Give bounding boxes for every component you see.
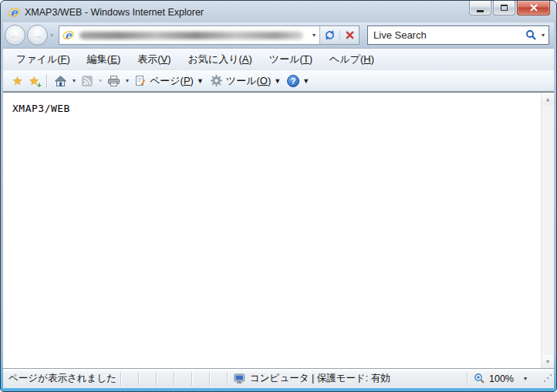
security-zone: コンピュータ | 保護モード: 有効 (228, 369, 467, 388)
gear-icon (210, 74, 223, 87)
page-body-text: XMAP3/WEB (12, 103, 70, 114)
refresh-icon (324, 29, 336, 41)
page-menu-caret: ▼ (197, 77, 204, 85)
favorites-star-icon: ★ (12, 74, 22, 88)
status-message: ページが表示されました (3, 369, 120, 388)
page-content: XMAP3/WEB ▲ ▼ (3, 92, 554, 368)
back-icon: ← (9, 29, 21, 42)
maximize-button[interactable] (493, 1, 515, 15)
print-button[interactable] (104, 72, 123, 90)
zone-text: コンピュータ | 保護モード: 有効 (250, 372, 390, 385)
page-favicon-icon: e (62, 29, 74, 41)
home-icon (54, 75, 67, 87)
menu-file[interactable]: ファイル(F) (8, 49, 79, 69)
zoom-dropdown-caret: ▾ (524, 375, 527, 382)
help-menu-caret: ▼ (302, 77, 309, 85)
computer-icon (234, 373, 246, 384)
address-dropdown[interactable]: ▾ (309, 32, 319, 39)
navigation-bar: ← → ▾ e ▾ (3, 22, 554, 49)
minimize-icon (477, 10, 484, 12)
status-empty-cell (210, 369, 227, 388)
tools-menu-caret: ▼ (274, 77, 281, 85)
feeds-button[interactable] (78, 72, 96, 90)
home-dropdown[interactable]: ▾ (73, 77, 76, 84)
resize-grip[interactable] (543, 369, 554, 388)
search-icon[interactable] (525, 29, 537, 41)
stop-icon (345, 30, 355, 40)
tools-menu-label: ツール(O) (226, 74, 271, 88)
forward-icon: → (32, 29, 43, 42)
help-menu-button[interactable]: ? ▼ (284, 72, 312, 90)
search-box: ▾ (367, 25, 549, 45)
stop-button[interactable] (339, 30, 359, 40)
menu-view[interactable]: 表示(V) (129, 49, 179, 69)
scroll-down-icon: ▼ (546, 359, 549, 365)
back-button[interactable]: ← (5, 25, 25, 46)
help-icon: ? (287, 75, 299, 87)
favorites-center-button[interactable]: ★ (9, 72, 25, 90)
page-icon (134, 75, 147, 87)
menu-help[interactable]: ヘルプ(H) (321, 49, 383, 69)
address-bar[interactable]: e ▾ (59, 25, 360, 45)
command-bar: ★ ★+ ▾ ▾ (3, 70, 554, 92)
address-url-obscured (79, 32, 303, 39)
ie-logo-icon: e (8, 6, 20, 19)
refresh-button[interactable] (320, 29, 339, 41)
menu-bar: ファイル(F) 編集(E) 表示(V) お気に入り(A) ツール(T) ヘルプ(… (3, 49, 554, 70)
search-input[interactable] (373, 29, 525, 41)
forward-button[interactable]: → (27, 25, 48, 46)
status-empty-cell (192, 369, 209, 388)
printer-icon (107, 75, 120, 87)
toolbar-separator (46, 74, 47, 88)
menu-favorites[interactable]: お気に入り(A) (180, 49, 261, 69)
page-menu-button[interactable]: ページ(P) ▼ (131, 72, 207, 90)
zoom-level: 100% (489, 373, 514, 384)
scroll-up-button[interactable]: ▲ (542, 93, 554, 106)
page-menu-label: ページ(P) (150, 74, 194, 88)
scroll-down-button[interactable]: ▼ (542, 355, 554, 368)
browser-window: e XMAP3/WEB - Windows Internet Explorer … (0, 0, 557, 392)
status-empty-cell (174, 369, 191, 388)
window-controls (469, 1, 550, 15)
window-title: XMAP3/WEB - Windows Internet Explorer (25, 7, 204, 18)
close-button[interactable] (517, 1, 550, 15)
zoom-control[interactable]: 100% ▾ (468, 369, 543, 388)
scroll-up-icon: ▲ (546, 96, 549, 103)
home-button[interactable] (51, 72, 70, 90)
recent-pages-dropdown[interactable]: ▾ (49, 32, 56, 39)
vertical-scrollbar[interactable]: ▲ ▼ (541, 93, 554, 368)
status-empty-cell (139, 369, 156, 388)
search-options-dropdown[interactable]: ▾ (542, 32, 545, 39)
add-favorite-button[interactable]: ★+ (25, 72, 42, 90)
minimize-button[interactable] (469, 1, 491, 15)
feeds-dropdown[interactable]: ▾ (99, 77, 102, 84)
close-icon (529, 4, 538, 12)
status-empty-cell (121, 369, 138, 388)
address-commands (319, 26, 359, 44)
add-favorite-star-icon: ★+ (29, 74, 39, 88)
tools-menu-button[interactable]: ツール(O) ▼ (207, 72, 284, 90)
plus-icon: + (36, 80, 41, 90)
maximize-icon (501, 5, 508, 11)
zoom-icon (474, 373, 485, 384)
print-dropdown[interactable]: ▾ (126, 77, 129, 84)
menu-edit[interactable]: 編集(E) (79, 49, 129, 69)
menu-tools[interactable]: ツール(T) (261, 49, 321, 69)
rss-icon (81, 75, 93, 87)
status-empty-cell (157, 369, 174, 388)
status-bar: ページが表示されました コンピュータ | 保護モード: 有効 (3, 368, 554, 388)
